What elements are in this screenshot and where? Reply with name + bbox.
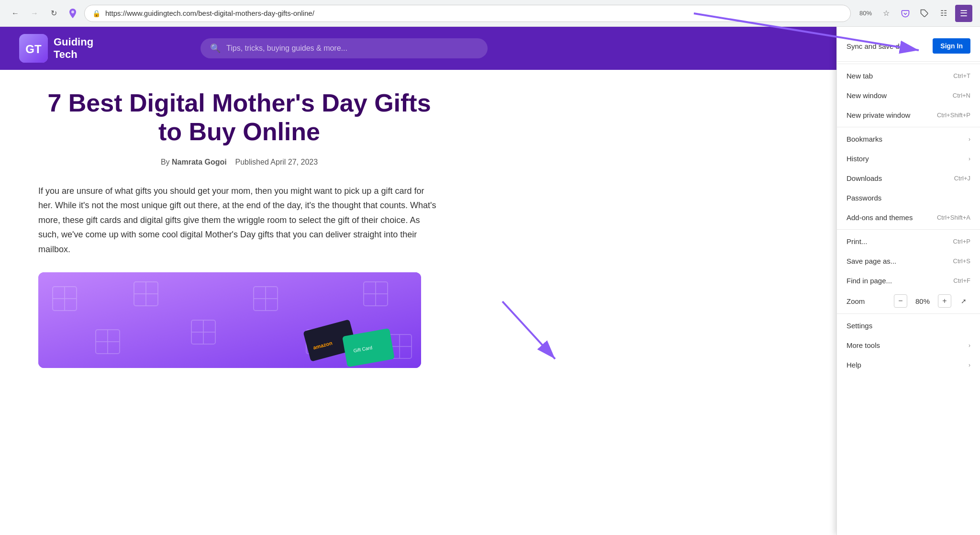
menu-item-passwords[interactable]: Passwords [837, 188, 980, 208]
chevron-right-icon: › [969, 136, 970, 143]
firefox-shield-icon [67, 8, 78, 19]
site-logo: GT Guiding Tech [19, 34, 93, 63]
zoom-increase-button[interactable]: + [938, 294, 951, 308]
zoom-fullscreen-button[interactable]: ➚ [957, 294, 970, 308]
back-button[interactable]: ← [8, 6, 23, 21]
zoom-decrease-button[interactable]: − [894, 294, 907, 308]
menu-item-new-window[interactable]: New window Ctrl+N [837, 86, 980, 105]
sign-in-button[interactable]: Sign In [933, 38, 970, 54]
forward-button[interactable]: → [27, 6, 42, 21]
hamburger-menu-button[interactable]: ☰ [955, 5, 972, 22]
main-area: GT Guiding Tech 🔍 Tips, tricks, buying g… [0, 27, 980, 535]
menu-divider-4 [837, 313, 980, 314]
menu-item-more-tools[interactable]: More tools › [837, 335, 980, 355]
reload-button[interactable]: ↻ [46, 6, 61, 21]
menu-item-addons[interactable]: Add-ons and themes Ctrl+Shift+A [837, 208, 980, 227]
lock-icon: 🔒 [92, 10, 100, 17]
menu-divider-2 [837, 127, 980, 127]
menu-item-history[interactable]: History › [837, 149, 980, 168]
menu-divider-3 [837, 229, 980, 230]
zoom-value: 80% [913, 297, 932, 305]
chevron-right-icon: › [969, 156, 970, 162]
search-icon: 🔍 [210, 43, 221, 54]
logo-text: Guiding Tech [54, 36, 93, 61]
article-intro: If you are unsure of what gifts you shou… [38, 184, 440, 257]
menu-item-downloads[interactable]: Downloads Ctrl+J [837, 168, 980, 188]
sync-title: Sync and save data [846, 42, 910, 50]
menu-sync-section: Sync and save data Sign In [837, 31, 980, 62]
zoom-controls: − 80% + ➚ [894, 294, 970, 308]
site-search[interactable]: 🔍 Tips, tricks, buying guides & more... [200, 38, 488, 58]
article-image: amazon Gift Card [38, 272, 421, 368]
site-header: GT Guiding Tech 🔍 Tips, tricks, buying g… [0, 27, 836, 70]
menu-item-print[interactable]: Print... Ctrl+P [837, 232, 980, 251]
toolbar-right: 80% ☆ ☷ ☰ [857, 5, 972, 22]
menu-item-save-page[interactable]: Save page as... Ctrl+S [837, 251, 980, 271]
article-body: 7 Best Digital Mother's Day Gifts to Buy… [0, 70, 479, 387]
chevron-right-icon: › [969, 362, 970, 368]
author-link[interactable]: Namrata Gogoi [172, 158, 227, 166]
article-title: 7 Best Digital Mother's Day Gifts to Buy… [38, 89, 440, 146]
menu-item-new-tab[interactable]: New tab Ctrl+T [837, 66, 980, 86]
browser-chrome: ← → ↻ 🔒 https://www.guidingtech.com/best… [0, 0, 980, 27]
website-content: GT Guiding Tech 🔍 Tips, tricks, buying g… [0, 27, 836, 535]
url-text: https://www.guidingtech.com/best-digital… [105, 9, 843, 17]
pocket-button[interactable] [898, 6, 913, 21]
menu-item-help[interactable]: Help › [837, 355, 980, 375]
dropdown-menu: Sync and save data Sign In New tab Ctrl+… [836, 27, 980, 535]
article-meta: By Namrata Gogoi Published April 27, 202… [38, 158, 440, 167]
address-bar[interactable]: 🔒 https://www.guidingtech.com/best-digit… [84, 5, 851, 22]
nav-buttons: ← → ↻ [8, 6, 61, 21]
zoom-display: 80% [857, 8, 875, 19]
menu-item-bookmarks[interactable]: Bookmarks › [837, 129, 980, 149]
menu-item-settings[interactable]: Settings [837, 316, 980, 335]
menu-divider-1 [837, 64, 980, 64]
bookmark-button[interactable]: ☆ [879, 6, 894, 21]
extensions-button[interactable] [917, 6, 932, 21]
menu-item-new-private-window[interactable]: New private window Ctrl+Shift+P [837, 105, 980, 125]
menu-item-zoom: Zoom − 80% + ➚ [837, 290, 980, 312]
svg-text:GT: GT [25, 43, 42, 56]
chevron-right-icon: › [969, 342, 970, 349]
reader-mode-button[interactable]: ☷ [936, 6, 951, 21]
logo-icon: GT [19, 34, 48, 63]
search-placeholder: Tips, tricks, buying guides & more... [226, 44, 347, 53]
zoom-label: Zoom [846, 297, 894, 305]
menu-item-find[interactable]: Find in page... Ctrl+F [837, 271, 980, 290]
